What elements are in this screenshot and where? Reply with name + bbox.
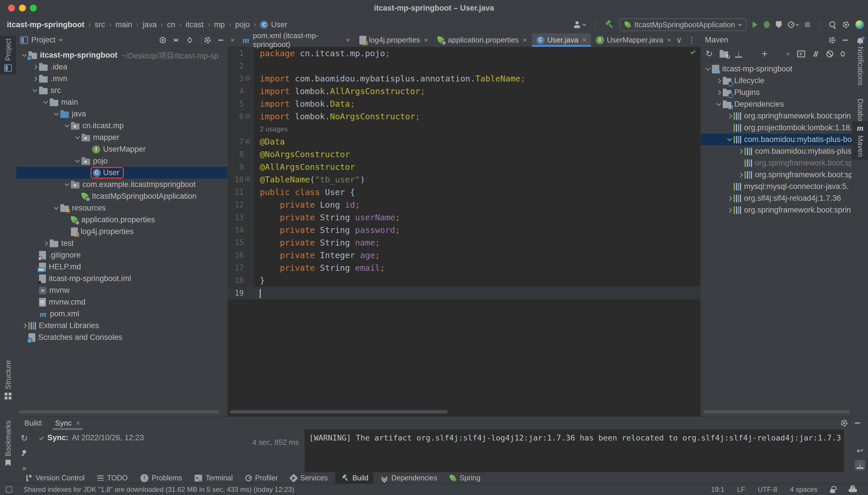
refresh-icon[interactable]: [21, 434, 28, 442]
soft-wrap-icon[interactable]: [856, 446, 863, 456]
chevron-expanded-icon[interactable]: [704, 65, 712, 73]
maven-horizontal-scrollbar[interactable]: [704, 410, 850, 413]
chevron-expanded-icon[interactable]: [715, 100, 723, 108]
editor-horizontal-scrollbar[interactable]: [230, 410, 448, 413]
project-item-com-example-itcastmpspringboot[interactable]: com.example.itcastmpspringboot: [16, 179, 227, 190]
close-icon[interactable]: ×: [228, 33, 238, 47]
tab-list-dropdown-icon[interactable]: ∨: [676, 35, 682, 45]
chevron-collapsed-icon[interactable]: [31, 75, 39, 83]
gear-icon[interactable]: [204, 37, 211, 43]
run-disabled-icon[interactable]: [787, 52, 790, 56]
maven-item-org-springframework-boot-sp[interactable]: org.springframework.boot:sp: [701, 157, 852, 169]
chevron-expanded-icon[interactable]: [42, 98, 50, 106]
stop-button[interactable]: [805, 22, 810, 27]
collapse-all-icon[interactable]: [840, 50, 847, 57]
code-line[interactable]: 9@AllArgsConstructor: [228, 160, 700, 173]
project-item-main[interactable]: main: [16, 96, 227, 108]
stripe-tab-structure[interactable]: Structure: [0, 357, 16, 403]
project-item-java[interactable]: java: [16, 108, 227, 120]
chevron-collapsed-icon[interactable]: [715, 89, 723, 97]
breadcrumb-item[interactable]: itcast: [186, 20, 204, 29]
maven-item-org-springframework-boot-sprin[interactable]: org.springframework.boot:sprin: [701, 204, 852, 216]
fold-marker-icon[interactable]: [245, 76, 250, 80]
run-box-icon[interactable]: [797, 50, 805, 57]
maven-item-itcast-mp-springboot[interactable]: itcast-mp-springboot: [701, 63, 852, 75]
tool-window-button-build[interactable]: Build: [335, 472, 374, 484]
stripe-tab-maven[interactable]: Maven: [852, 121, 868, 160]
settings-button[interactable]: [843, 21, 849, 28]
build-tab-sync[interactable]: Sync ×: [53, 419, 82, 428]
code-line[interactable]: 12 private Long id;: [228, 199, 700, 211]
project-item-itcast-mp-springboot[interactable]: itcast-mp-springboot~/Desktop/项目/itcast-…: [16, 49, 227, 61]
run-button[interactable]: [753, 21, 757, 28]
project-item-itcast-mp-springboot-iml[interactable]: itcast-mp-springboot.iml: [16, 273, 227, 285]
search-everywhere-button[interactable]: [829, 21, 836, 29]
tool-window-button-version-control[interactable]: Version Control: [20, 472, 90, 484]
tool-window-button-services[interactable]: Services: [285, 472, 333, 484]
project-item-pom-xml[interactable]: pom.xml: [16, 308, 227, 320]
status-message[interactable]: Shared indexes for JDK "1.8" are downloa…: [23, 485, 294, 494]
tool-window-button-problems[interactable]: Problems: [135, 472, 187, 484]
hide-tool-window-button[interactable]: [218, 39, 223, 41]
project-item-application-properties[interactable]: application.properties: [16, 214, 227, 226]
profiler-button[interactable]: [788, 21, 799, 28]
chevron-collapsed-icon[interactable]: [715, 77, 723, 85]
project-item-mapper[interactable]: mapper: [16, 132, 227, 143]
chevron-expanded-icon[interactable]: [31, 87, 39, 95]
expand-all-button[interactable]: [174, 37, 180, 44]
shared-indexes-cloud-icon[interactable]: [849, 487, 858, 493]
chevron-expanded-icon[interactable]: [52, 110, 60, 118]
chevron-expanded-icon[interactable]: [73, 157, 82, 165]
project-item-external-libraries[interactable]: External Libraries: [16, 320, 227, 331]
project-item-cn-itcast-mp[interactable]: cn.itcast.mp: [16, 120, 227, 132]
project-horizontal-scrollbar[interactable]: [18, 410, 219, 413]
maven-item-org-springframework-boot-sp[interactable]: org.springframework.boot:sp: [701, 169, 852, 181]
stripe-tab-project[interactable]: Project: [0, 36, 16, 74]
chevron-expanded-icon[interactable]: [52, 204, 60, 212]
chevron-collapsed-icon[interactable]: [31, 63, 39, 71]
chevron-collapsed-icon[interactable]: [737, 148, 744, 155]
skip-tests-icon[interactable]: [812, 50, 819, 58]
code-with-me-icon[interactable]: [855, 20, 864, 29]
plus-icon[interactable]: [761, 50, 768, 57]
code-line[interactable]: 5import lombok.Data;: [228, 98, 700, 110]
code-line[interactable]: 11public class User {: [228, 186, 700, 199]
breadcrumb-item[interactable]: src: [95, 20, 105, 29]
build-status-tree[interactable]: Sync: At 2022/10/26, 12:23 4 sec, 852 ms: [32, 429, 305, 472]
breadcrumb-item[interactable]: mp: [214, 20, 225, 29]
chevron-expanded-icon[interactable]: [73, 134, 82, 142]
run-with-coverage-button[interactable]: [776, 21, 782, 28]
usages-inlay-hint[interactable]: 2 usages: [254, 125, 288, 133]
chevron-collapsed-icon[interactable]: [726, 206, 734, 214]
maven-item-mysql-mysql-connector-java-5-[interactable]: mysql:mysql-connector-java:5.: [701, 181, 852, 192]
editor-tab-usermapper-java[interactable]: UserMapper.java×: [591, 33, 676, 47]
gear-icon[interactable]: [841, 420, 847, 426]
project-item--gitignore[interactable]: .gitignore: [16, 249, 227, 261]
code-line[interactable]: 6import lombok.NoArgsConstructor;: [228, 110, 700, 123]
fold-marker-icon[interactable]: [245, 177, 250, 181]
project-item-resources[interactable]: resources: [16, 202, 227, 214]
users-menu-button[interactable]: [573, 21, 586, 29]
code-editor[interactable]: 1package cn.itcast.mp.pojo;23import com.…: [228, 47, 700, 300]
maven-item-org-springframework-boot-sprin[interactable]: org.springframework.boot:sprin: [701, 110, 852, 122]
project-item-itcastmpspringbootapplication[interactable]: ItcastMpSpringbootApplication: [16, 190, 227, 202]
fold-marker-icon[interactable]: [245, 114, 250, 118]
breadcrumb-item[interactable]: User: [260, 20, 287, 29]
project-item-log4j-properties[interactable]: log4j.properties: [16, 226, 227, 237]
editor-tab-application-properties[interactable]: application.properties×: [433, 33, 531, 47]
chevron-expanded-icon[interactable]: [63, 122, 71, 130]
maven-item-org-projectlombok-lombok-1-18-[interactable]: org.projectlombok:lombok:1.18.: [701, 122, 852, 134]
download-icon[interactable]: [735, 50, 742, 58]
collapse-all-button[interactable]: [187, 37, 194, 44]
maven-item-lifecycle[interactable]: Lifecycle: [701, 75, 852, 87]
offline-mode-icon[interactable]: [826, 50, 833, 57]
build-console-output[interactable]: [WARNING] The artifact org.slf4j:slf4j-l…: [305, 429, 844, 472]
chevron-down-icon[interactable]: [59, 38, 63, 41]
chevron-collapsed-icon[interactable]: [726, 112, 734, 120]
pin-icon[interactable]: [21, 449, 28, 456]
project-item-pojo[interactable]: pojo: [16, 155, 227, 167]
line-ending-widget[interactable]: LF: [737, 485, 745, 494]
code-line[interactable]: 17 private String email;: [228, 261, 700, 274]
project-item-mvnw-cmd[interactable]: mvnw.cmd: [16, 296, 227, 308]
code-line[interactable]: 19: [228, 287, 700, 300]
